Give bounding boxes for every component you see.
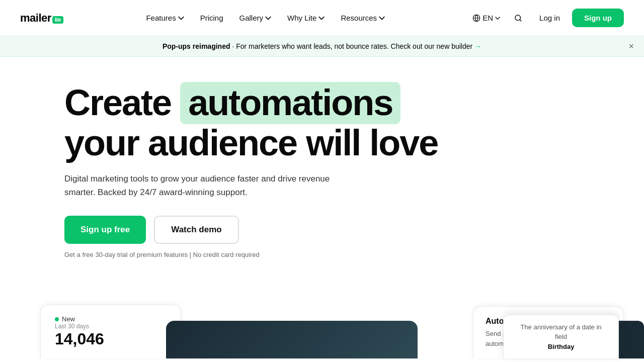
status-dot <box>55 317 59 321</box>
nav-features[interactable]: Features <box>139 10 191 26</box>
main-nav: mailerlite Features Pricing Gallery Why … <box>0 0 644 36</box>
hero-highlight-word: automations <box>180 82 400 124</box>
trigger-bold: Birthday <box>548 343 575 350</box>
logo[interactable]: mailerlite <box>20 12 63 25</box>
announcement-close-button[interactable]: × <box>628 41 634 52</box>
logo-badge: lite <box>52 16 63 24</box>
stat-status: New <box>62 315 75 323</box>
stats-card: New Last 30 days 14,046 <box>40 305 181 358</box>
watch-demo-button[interactable]: Watch demo <box>154 216 238 244</box>
nav-pricing[interactable]: Pricing <box>193 10 230 26</box>
trigger-card: The anniversary of a date in field Birth… <box>503 315 619 359</box>
nav-gallery[interactable]: Gallery <box>232 10 279 26</box>
nav-links: Features Pricing Gallery Why Lite Resour… <box>139 10 392 26</box>
chevron-down-icon <box>265 15 271 21</box>
hero-image-area <box>166 321 418 358</box>
stat-number: 14,046 <box>55 330 167 348</box>
announcement-text: For marketers who want leads, not bounce… <box>236 42 472 50</box>
nav-right: EN Log in Sign up <box>467 9 624 27</box>
hero-heading: Create automations your audience will lo… <box>64 82 624 162</box>
login-button[interactable]: Log in <box>531 10 568 26</box>
search-icon <box>514 14 523 23</box>
announcement-separator: · <box>232 42 236 50</box>
signup-button[interactable]: Sign up <box>572 9 624 27</box>
chevron-down-icon <box>178 15 184 21</box>
search-button[interactable] <box>509 9 527 27</box>
announcement-bold: Pop-ups reimagined <box>163 42 230 50</box>
hero-trial-note: Get a free 30-day trial of premium featu… <box>64 251 624 258</box>
chevron-down-icon <box>495 17 500 20</box>
nav-why-lite[interactable]: Why Lite <box>280 10 332 26</box>
language-selector[interactable]: EN <box>467 10 505 26</box>
trigger-text: The anniversary of a date in field Birth… <box>514 322 608 352</box>
nav-resources[interactable]: Resources <box>334 10 392 26</box>
signup-free-button[interactable]: Sign up free <box>64 216 146 244</box>
chevron-down-icon <box>379 15 385 21</box>
announcement-link[interactable]: → <box>474 42 481 50</box>
chevron-down-icon <box>318 15 325 21</box>
globe-icon <box>472 14 480 22</box>
hero-subtitle: Digital marketing tools to grow your aud… <box>64 172 346 199</box>
hero-buttons: Sign up free Watch demo <box>64 216 624 244</box>
stat-period: Last 30 days <box>55 323 167 330</box>
announcement-bar: Pop-ups reimagined · For marketers who w… <box>0 36 644 57</box>
svg-point-1 <box>515 15 521 21</box>
logo-text: mailerlite <box>20 12 63 25</box>
hero-section: Create automations your audience will lo… <box>0 57 644 358</box>
